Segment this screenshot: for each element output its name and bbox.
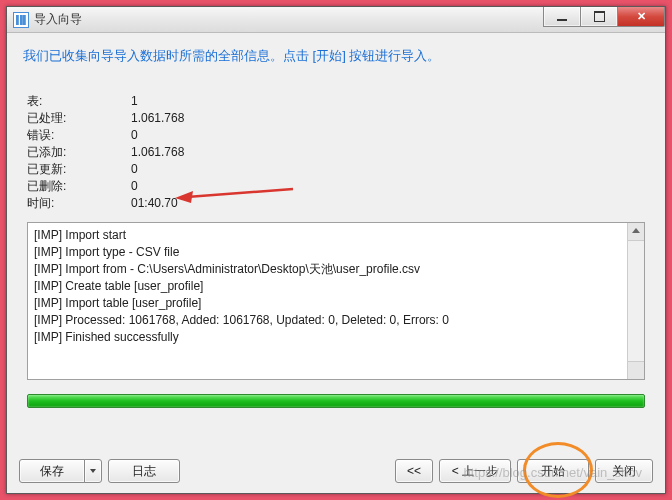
first-button[interactable]: << xyxy=(395,459,433,483)
stats-panel: 表:1 已处理:1.061.768 错误:0 已添加:1.061.768 已更新… xyxy=(27,93,645,212)
content-area: 我们已收集向导导入数据时所需的全部信息。点击 [开始] 按钮进行导入。 表:1 … xyxy=(7,33,665,493)
log-button[interactable]: 日志 xyxy=(108,459,180,483)
log-line: [IMP] Import start xyxy=(34,227,621,244)
stat-value: 0 xyxy=(131,178,138,195)
stat-value: 01:40.70 xyxy=(131,195,178,212)
stat-value: 0 xyxy=(131,161,138,178)
log-panel: [IMP] Import start [IMP] Import type - C… xyxy=(27,222,645,380)
stat-label: 时间: xyxy=(27,195,131,212)
stat-label: 表: xyxy=(27,93,131,110)
import-wizard-window: 导入向导 我们已收集向导导入数据时所需的全部信息。点击 [开始] 按钮进行导入。… xyxy=(6,6,666,494)
stat-label: 已处理: xyxy=(27,110,131,127)
log-line: [IMP] Finished successfully xyxy=(34,329,621,346)
stat-label: 已更新: xyxy=(27,161,131,178)
stat-value: 1.061.768 xyxy=(131,144,184,161)
save-button[interactable]: 保存 xyxy=(19,459,85,483)
scroll-up-icon[interactable] xyxy=(632,228,640,233)
scroll-down-icon[interactable] xyxy=(632,369,640,374)
log-scrollbar[interactable] xyxy=(627,223,644,379)
stat-row: 已处理:1.061.768 xyxy=(27,110,645,127)
stat-row: 时间:01:40.70 xyxy=(27,195,645,212)
stat-value: 0 xyxy=(131,127,138,144)
log-line: [IMP] Import table [user_profile] xyxy=(34,295,621,312)
app-icon xyxy=(13,12,29,28)
stat-label: 已删除: xyxy=(27,178,131,195)
window-controls xyxy=(544,7,665,27)
button-row: 保存 日志 << < 上一步 开始 关闭 xyxy=(19,459,653,483)
start-button[interactable]: 开始 xyxy=(517,459,589,483)
stat-value: 1.061.768 xyxy=(131,110,184,127)
log-line: [IMP] Import from - C:\Users\Administrat… xyxy=(34,261,621,278)
log-line: [IMP] Import type - CSV file xyxy=(34,244,621,261)
log-text[interactable]: [IMP] Import start [IMP] Import type - C… xyxy=(28,223,627,379)
minimize-button[interactable] xyxy=(543,7,581,27)
close-button[interactable]: 关闭 xyxy=(595,459,653,483)
stat-value: 1 xyxy=(131,93,138,110)
stat-label: 已添加: xyxy=(27,144,131,161)
stat-row: 已添加:1.061.768 xyxy=(27,144,645,161)
save-dropdown-button[interactable] xyxy=(84,459,102,483)
stat-label: 错误: xyxy=(27,127,131,144)
close-window-button[interactable] xyxy=(617,7,665,27)
window-title: 导入向导 xyxy=(34,11,82,28)
titlebar[interactable]: 导入向导 xyxy=(7,7,665,33)
log-line: [IMP] Create table [user_profile] xyxy=(34,278,621,295)
prev-button[interactable]: < 上一步 xyxy=(439,459,511,483)
maximize-button[interactable] xyxy=(580,7,618,27)
log-line: [IMP] Processed: 1061768, Added: 1061768… xyxy=(34,312,621,329)
progress-bar xyxy=(27,394,645,408)
stat-row: 表:1 xyxy=(27,93,645,110)
stat-row: 错误:0 xyxy=(27,127,645,144)
stat-row: 已删除:0 xyxy=(27,178,645,195)
stat-row: 已更新:0 xyxy=(27,161,645,178)
instruction-text: 我们已收集向导导入数据时所需的全部信息。点击 [开始] 按钮进行导入。 xyxy=(23,47,649,65)
